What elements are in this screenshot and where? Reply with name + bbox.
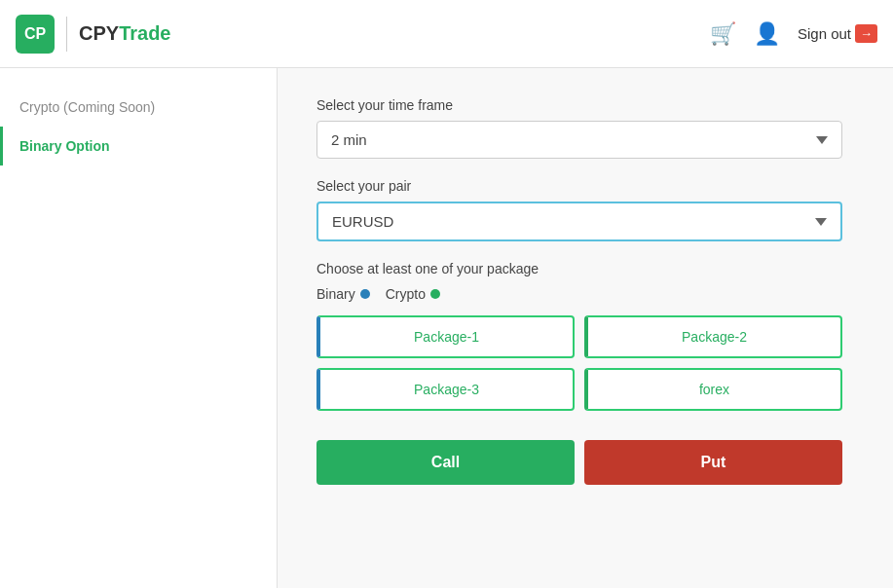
user-icon[interactable]: 👤 — [754, 21, 780, 47]
header-right: 🛒 👤 Sign out → — [710, 21, 877, 47]
package-3-label: Package-3 — [414, 382, 479, 397]
brand-trade: Trade — [119, 22, 170, 44]
main-content: Select your time frame 1 min 2 min 5 min… — [278, 68, 893, 588]
crypto-dot — [430, 289, 440, 299]
call-button[interactable]: Call — [316, 440, 575, 485]
forex-button[interactable]: forex — [584, 368, 842, 411]
call-label: Call — [431, 454, 460, 470]
binary-indicator: Binary — [316, 286, 370, 302]
action-row: Call Put — [316, 440, 842, 485]
signout-button[interactable]: Sign out → — [798, 24, 877, 43]
forex-label: forex — [699, 382, 729, 397]
package-2-button[interactable]: Package-2 — [584, 315, 842, 358]
sidebar-item-crypto[interactable]: Crypto (Coming Soon) — [0, 88, 277, 127]
logo: CP — [16, 15, 55, 54]
package-1-button[interactable]: Package-1 — [316, 315, 575, 358]
logo-text: CP — [24, 25, 46, 43]
package-3-button[interactable]: Package-3 — [316, 368, 575, 411]
timeframe-label: Select your time frame — [316, 97, 854, 113]
packages-grid: Package-1 Package-2 Package-3 forex — [316, 315, 842, 411]
timeframe-select[interactable]: 1 min 2 min 5 min 10 min 15 min 30 min — [316, 121, 842, 159]
package-2-label: Package-2 — [682, 329, 747, 345]
signout-label: Sign out — [798, 25, 851, 42]
brand-divider — [66, 17, 67, 52]
binary-label: Binary — [316, 286, 355, 302]
sidebar-item-binary[interactable]: Binary Option — [0, 127, 277, 165]
sidebar-item-binary-label: Binary Option — [19, 138, 110, 154]
packages-label: Choose at least one of your package — [316, 261, 854, 276]
put-button[interactable]: Put — [584, 440, 842, 485]
cart-icon[interactable]: 🛒 — [710, 21, 736, 47]
header: CP CPYTrade 🛒 👤 Sign out → — [0, 0, 893, 68]
crypto-indicator: Crypto — [386, 286, 440, 302]
package-1-label: Package-1 — [414, 329, 479, 345]
put-label: Put — [701, 454, 726, 470]
timeframe-section: Select your time frame 1 min 2 min 5 min… — [316, 97, 854, 159]
sidebar: Crypto (Coming Soon) Binary Option — [0, 68, 278, 588]
signout-arrow-icon: → — [855, 24, 877, 43]
sidebar-item-crypto-label: Crypto (Coming Soon) — [19, 99, 155, 115]
pair-select[interactable]: EURUSD GBPUSD USDJPY AUDUSD — [316, 202, 842, 241]
pair-section: Select your pair EURUSD GBPUSD USDJPY AU… — [316, 178, 854, 241]
brand-cpy: CPY — [79, 22, 119, 44]
brand-name: CPYTrade — [79, 22, 170, 45]
packages-section: Choose at least one of your package Bina… — [316, 261, 854, 411]
pair-label: Select your pair — [316, 178, 854, 194]
crypto-label: Crypto — [386, 286, 426, 302]
binary-dot — [360, 289, 370, 299]
layout: Crypto (Coming Soon) Binary Option Selec… — [0, 68, 893, 588]
indicators-row: Binary Crypto — [316, 286, 854, 302]
